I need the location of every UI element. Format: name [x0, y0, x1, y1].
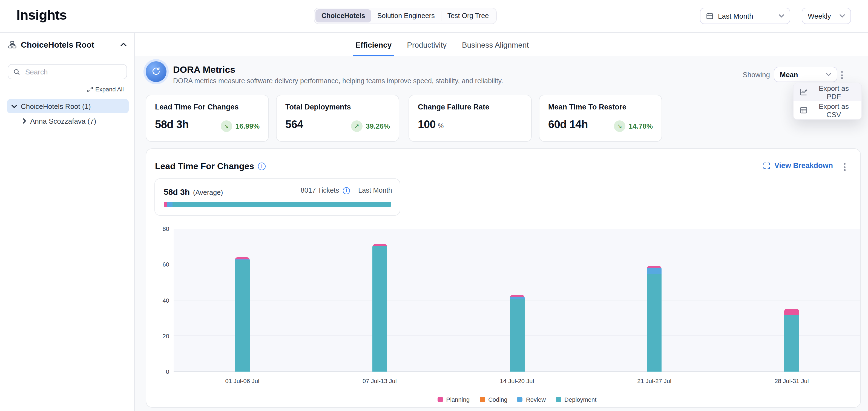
bar-week-1[interactable] [235, 257, 250, 372]
average-summary-card: 58d 3h (Average) 8017 Tickets i Last Mon… [154, 178, 400, 216]
dora-more-options-button[interactable] [839, 69, 845, 81]
x-axis-label-5: 28 Jul-31 Jul [723, 378, 860, 384]
card-value: 100% [418, 118, 443, 131]
panel-title: Lead Time For Changes i [155, 162, 266, 171]
average-value-group: 58d 3h (Average) [164, 187, 223, 197]
view-breakdown-label: View Breakdown [774, 162, 833, 170]
x-axis-label-3: 14 Jul-20 Jul [448, 378, 586, 384]
bar-week-3[interactable] [509, 295, 524, 372]
org-tree-icon [8, 40, 17, 48]
tab-business-alignment[interactable]: Business Alignment [459, 33, 531, 56]
legend-item-deployment[interactable]: Deployment [556, 396, 596, 403]
export-pdf-menu-item[interactable]: Export as PDF [794, 83, 861, 101]
legend-item-coding[interactable]: Coding [479, 396, 507, 403]
bar-segment-deployment[interactable] [235, 260, 250, 372]
card-lead-time-for-changes: Lead Time For Changes 58d 3h ↘ 16.99% [146, 95, 269, 142]
metric-cards-row: Lead Time For Changes 58d 3h ↘ 16.99% To… [146, 95, 858, 142]
tree-item-label: Anna Scozzafava (7) [30, 117, 96, 125]
x-axis-label-4: 21 Jul-27 Jul [586, 378, 723, 384]
card-value: 564 [285, 118, 303, 131]
chart-ylabels: 020406080 [146, 229, 169, 372]
trend-badge: ↘ 14.78% [614, 121, 653, 132]
trend-value: 14.78% [629, 122, 653, 130]
legend-item-review[interactable]: Review [517, 396, 546, 403]
granularity-select[interactable]: Weekly [802, 8, 851, 24]
app-window: Insights ChoiceHotels Solution Engineers… [0, 0, 868, 411]
export-menu: Export as PDF Export as CSV [793, 83, 862, 120]
dora-metrics-description: DORA metrics measure software delivery p… [173, 77, 503, 85]
chevron-down-icon [779, 14, 784, 18]
chart-xlabels: 01 Jul-06 Jul07 Jul-13 Jul14 Jul-20 Jul2… [174, 378, 860, 386]
panel-more-options-button[interactable] [842, 161, 848, 173]
card-value: 60d 14h [548, 118, 588, 131]
view-breakdown-button[interactable]: View Breakdown [760, 161, 836, 170]
tab-productivity[interactable]: Productivity [404, 33, 450, 56]
showing-label: Showing [735, 71, 770, 79]
sidebar-search [8, 64, 127, 79]
date-range-select[interactable]: Last Month [700, 8, 790, 24]
expand-all-label: Expand All [95, 86, 124, 93]
bar-week-4[interactable] [647, 266, 662, 372]
info-icon[interactable]: i [258, 163, 266, 170]
chevron-down-icon [11, 104, 17, 108]
progress-segment-planning [164, 202, 167, 207]
sidebar-root-title: ChoiceHotels Root [21, 40, 115, 49]
bar-segment-planning[interactable] [372, 244, 387, 246]
info-icon[interactable]: i [343, 187, 350, 194]
bar-segment-deployment[interactable] [784, 315, 799, 372]
org-tab-test-org-tree[interactable]: Test Org Tree [441, 9, 495, 23]
date-range-value: Last Month [718, 12, 774, 20]
menu-item-label: Export as CSV [812, 102, 856, 118]
average-value: 58d 3h [164, 187, 190, 197]
aggregation-select[interactable]: Mean [774, 67, 837, 82]
chevron-down-icon [826, 73, 831, 76]
dora-metrics-icon [146, 61, 166, 82]
progress-segment-deployment [173, 202, 391, 207]
legend-item-planning[interactable]: Planning [438, 396, 470, 403]
divider [354, 186, 354, 194]
y-axis-tick-40: 40 [146, 297, 169, 304]
legend-swatch-planning [438, 397, 443, 402]
bar-week-5[interactable] [784, 309, 799, 372]
lead-time-progress [164, 202, 391, 207]
org-tab-solution-engineers[interactable]: Solution Engineers [371, 9, 441, 23]
y-axis-tick-80: 80 [146, 226, 169, 232]
menu-item-label: Export as PDF [812, 84, 856, 100]
sidebar-collapse-button[interactable] [119, 41, 128, 47]
bar-week-2[interactable] [372, 244, 387, 372]
tree-item-choicehotels-root[interactable]: ChoiceHotels Root (1) [7, 99, 129, 113]
bar-segment-review[interactable] [647, 268, 662, 273]
export-csv-menu-item[interactable]: Export as CSV [794, 101, 861, 119]
bar-segment-deployment[interactable] [509, 299, 524, 372]
card-value: 58d 3h [155, 118, 189, 131]
bar-segment-deployment[interactable] [372, 246, 387, 372]
gridline-60 [174, 264, 860, 265]
chart-legend: PlanningCodingReviewDeployment [174, 396, 860, 403]
trend-down-icon: ↘ [614, 121, 625, 132]
table-icon [800, 106, 808, 114]
card-title: Mean Time To Restore [548, 103, 653, 111]
top-bar: Insights ChoiceHotels Solution Engineers… [0, 0, 868, 33]
progress-segment-review [167, 202, 173, 207]
bar-segment-planning[interactable] [235, 257, 250, 259]
y-axis-tick-0: 0 [146, 368, 169, 375]
org-tab-choicehotels[interactable]: ChoiceHotels [315, 9, 371, 23]
expand-all-icon [87, 86, 93, 92]
expand-all-button[interactable]: Expand All [84, 85, 127, 93]
tab-efficiency[interactable]: Efficiency [353, 33, 394, 56]
chevron-right-icon [23, 118, 26, 124]
tree-item-anna-scozzafava[interactable]: Anna Scozzafava (7) [18, 114, 129, 128]
bar-segment-planning[interactable] [784, 309, 799, 315]
legend-label: Deployment [564, 396, 596, 403]
chart-plot [174, 229, 860, 372]
bar-segment-deployment[interactable] [647, 273, 662, 372]
chevron-down-icon [839, 14, 845, 18]
legend-swatch-coding [479, 397, 485, 402]
legend-label: Coding [488, 396, 507, 403]
search-input[interactable] [24, 67, 122, 76]
trend-badge: ↘ 16.99% [221, 121, 259, 132]
tickets-count: 8017 Tickets [301, 186, 339, 194]
card-total-deployments: Total Deployments 564 ↗ 39.26% [276, 95, 399, 142]
trend-value: 16.99% [236, 122, 259, 130]
sidebar-header: ChoiceHotels Root [0, 33, 134, 56]
